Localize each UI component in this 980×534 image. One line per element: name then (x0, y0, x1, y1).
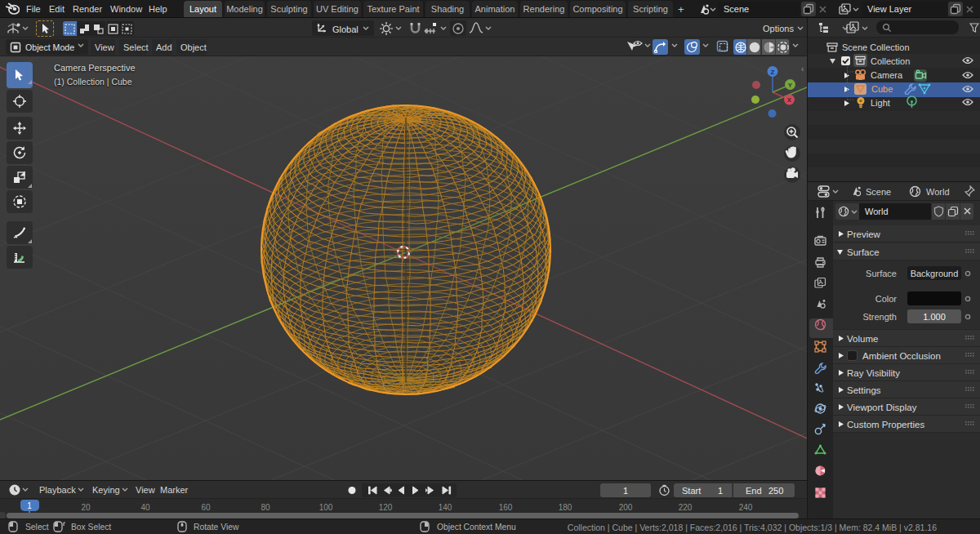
svg-text:Z: Z (771, 69, 775, 76)
svg-text:Y: Y (788, 82, 793, 89)
svg-text:X: X (787, 96, 792, 104)
